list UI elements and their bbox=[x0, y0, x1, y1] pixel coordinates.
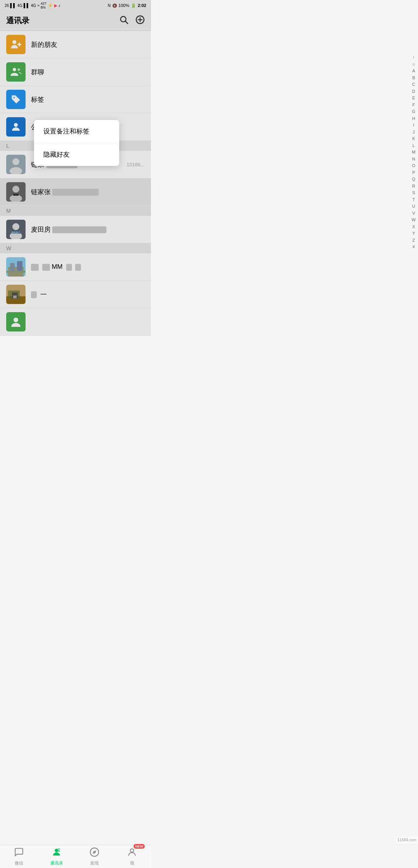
context-menu: 设置备注和标签 隐藏好友 bbox=[34, 120, 119, 166]
context-menu-hide-friend[interactable]: 隐藏好友 bbox=[34, 143, 119, 166]
context-menu-set-remark[interactable]: 设置备注和标签 bbox=[34, 120, 119, 143]
context-menu-overlay[interactable] bbox=[0, 0, 151, 336]
